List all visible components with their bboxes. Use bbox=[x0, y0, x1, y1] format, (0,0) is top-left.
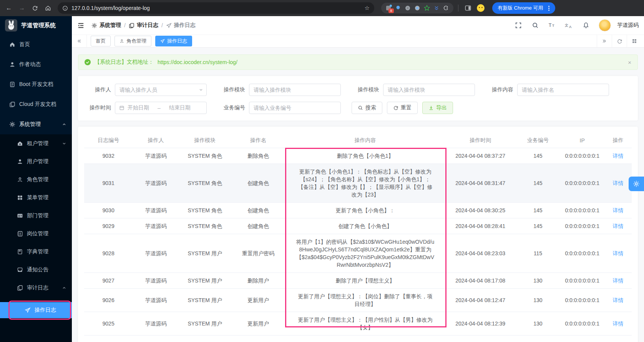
breadcrumb-audit-log[interactable]: 审计日志 bbox=[129, 22, 158, 29]
op-name-cell: 更新用户 bbox=[231, 312, 285, 335]
translate-icon[interactable]: 文A bbox=[563, 19, 576, 32]
extension-icon-2[interactable] bbox=[395, 5, 402, 12]
reload-icon[interactable] bbox=[29, 2, 41, 14]
app-title: 芋道管理系统 bbox=[21, 22, 56, 29]
sidebar-item-posts[interactable]: 岗位管理 bbox=[0, 225, 72, 243]
action-cell: 详情 bbox=[604, 312, 632, 335]
profile-emoji-icon[interactable] bbox=[477, 4, 485, 12]
module-input[interactable] bbox=[249, 84, 341, 96]
ip-cell: 0:0:0:0:0:0:0:1 bbox=[560, 203, 604, 218]
detail-link[interactable]: 详情 bbox=[612, 278, 623, 284]
back-icon[interactable]: ← bbox=[3, 2, 15, 14]
notification-bell-icon[interactable] bbox=[579, 19, 593, 32]
paper-plane-icon bbox=[160, 39, 165, 43]
detail-link[interactable]: 详情 bbox=[612, 321, 623, 327]
extension-icon-6[interactable] bbox=[433, 5, 440, 12]
table-row: 9030 芋道源码 SYSTEM 角色 创建角色 更新了角色【小角色】： 202… bbox=[84, 203, 632, 218]
user-avatar[interactable] bbox=[599, 19, 611, 31]
extension-badge: 8 bbox=[388, 8, 394, 13]
operator-cell: 芋道源码 bbox=[133, 164, 179, 203]
extension-icon-3[interactable] bbox=[404, 5, 411, 12]
bookmark-star-icon[interactable]: ☆ bbox=[365, 5, 370, 12]
browser-menu-icon[interactable] bbox=[546, 6, 553, 11]
sidebar-item-departments[interactable]: 部门管理 bbox=[0, 207, 72, 225]
font-size-icon[interactable]: TT bbox=[546, 19, 559, 32]
breadcrumb-system[interactable]: 系统管理 bbox=[91, 22, 121, 29]
collapse-menu-icon[interactable] bbox=[77, 22, 85, 29]
action-cell: 详情 bbox=[604, 148, 632, 164]
operator-label: 操作人 bbox=[83, 86, 111, 93]
app-logo[interactable]: 芋道管理系统 bbox=[0, 16, 72, 35]
extension-icon-4[interactable] bbox=[414, 5, 421, 12]
time-cell: 2024-04-04 08:23:03 bbox=[445, 234, 516, 273]
biz-no-cell: 115 bbox=[516, 234, 560, 273]
extension-icon-5[interactable] bbox=[423, 5, 430, 12]
sidebar-item-audit-log[interactable]: 审计日志 bbox=[0, 279, 72, 297]
sidebar-item-author[interactable]: 作者动态 bbox=[0, 55, 72, 74]
layout-grid-icon[interactable] bbox=[627, 35, 642, 47]
sidebar-item-boot-docs[interactable]: Boot 开发文档 bbox=[0, 74, 72, 94]
biz-no-input[interactable] bbox=[249, 102, 341, 114]
date-separator: – bbox=[152, 105, 166, 111]
username[interactable]: 芋道源码 bbox=[617, 22, 639, 29]
tabs-scroll-left-icon[interactable] bbox=[72, 35, 87, 47]
document-icon bbox=[9, 81, 15, 88]
log-id-cell: 9028 bbox=[84, 234, 133, 273]
detail-link[interactable]: 详情 bbox=[612, 153, 623, 159]
theme-settings-button[interactable] bbox=[629, 177, 644, 191]
action-cell: 详情 bbox=[604, 234, 632, 273]
reset-button[interactable]: 重置 bbox=[387, 102, 418, 114]
tab-home[interactable]: 首页 bbox=[91, 36, 111, 46]
ip-cell: 0:0:0:0:0:0:0:1 bbox=[560, 312, 604, 335]
col-header-op-name: 操作名 bbox=[231, 133, 285, 148]
extension-icon-1[interactable]: 8 bbox=[385, 5, 392, 12]
sidebar-item-notices[interactable]: 通知公告 bbox=[0, 261, 72, 279]
search-icon[interactable] bbox=[529, 19, 542, 32]
detail-link[interactable]: 详情 bbox=[612, 297, 623, 303]
biz-no-cell: 145 bbox=[516, 218, 560, 234]
content-input[interactable] bbox=[517, 84, 609, 96]
time-cell: 2024-04-04 08:12:39 bbox=[445, 312, 516, 335]
sidebar-item-dicts[interactable]: 字典管理 bbox=[0, 243, 72, 261]
url-bar[interactable]: 127.0.0.1/system/log/operate-log ☆ bbox=[58, 2, 374, 14]
search-button[interactable]: 搜索 bbox=[352, 102, 382, 114]
op-name-cell: 重置用户密码 bbox=[231, 234, 285, 273]
sidebar-item-operate-log[interactable]: 操作日志 bbox=[0, 302, 72, 318]
time-range-picker[interactable]: 开始日期 – 结束日期 bbox=[115, 102, 207, 114]
doc-link[interactable]: https://doc.iocoder.cn/system-log/ bbox=[158, 59, 237, 65]
sidebar-item-tenant[interactable]: 租户管理 bbox=[0, 134, 72, 152]
side-panel-icon[interactable] bbox=[465, 5, 471, 12]
forward-icon[interactable]: → bbox=[16, 2, 28, 14]
home-button-icon[interactable] bbox=[42, 2, 54, 14]
detail-link[interactable]: 详情 bbox=[612, 250, 623, 256]
action-cell: 详情 bbox=[604, 203, 632, 218]
breadcrumb: 系统管理 / 审计日志 / 操作日志 bbox=[91, 22, 196, 29]
chrome-update-button[interactable]: 有新版 Chrome 可用 bbox=[492, 2, 555, 14]
sidebar-item-home[interactable]: 首页 bbox=[0, 35, 72, 55]
tabs-scroll-right-icon[interactable] bbox=[597, 35, 612, 47]
operator-cell: 芋道源码 bbox=[133, 234, 179, 273]
detail-link[interactable]: 详情 bbox=[612, 223, 623, 229]
table-row: 9025 芋道源码 SYSTEM 用户 更新用户 更新了用户【理想主义】：【用户… bbox=[84, 312, 632, 335]
extensions-puzzle-icon[interactable] bbox=[443, 5, 450, 12]
operator-select[interactable] bbox=[115, 84, 207, 96]
sidebar-item-users[interactable]: 用户管理 bbox=[0, 152, 72, 170]
search-icon bbox=[358, 105, 363, 111]
filter-form: 操作人 操作模块 操作模块 bbox=[78, 76, 638, 121]
alert-close-icon[interactable]: × bbox=[628, 59, 631, 65]
site-info-icon[interactable] bbox=[62, 5, 68, 11]
detail-link[interactable]: 详情 bbox=[612, 180, 623, 186]
export-button[interactable]: 导出 bbox=[422, 102, 453, 114]
fullscreen-icon[interactable] bbox=[512, 19, 525, 32]
biz-no-cell: 145 bbox=[516, 203, 560, 218]
sidebar-item-cloud-docs[interactable]: Cloud 开发文档 bbox=[0, 94, 72, 114]
sidebar-item-system[interactable]: 系统管理 bbox=[0, 114, 72, 134]
sidebar-item-roles[interactable]: 角色管理 bbox=[0, 170, 72, 188]
detail-link[interactable]: 详情 bbox=[612, 207, 623, 213]
tab-refresh-icon[interactable] bbox=[612, 35, 627, 47]
tab-role-management[interactable]: 角色管理 bbox=[115, 36, 151, 46]
biz-no-cell: 145 bbox=[516, 164, 560, 203]
tab-operate-log[interactable]: 操作日志 bbox=[155, 36, 192, 46]
module2-input[interactable] bbox=[383, 84, 475, 96]
sidebar-item-menus[interactable]: 菜单管理 bbox=[0, 188, 72, 207]
